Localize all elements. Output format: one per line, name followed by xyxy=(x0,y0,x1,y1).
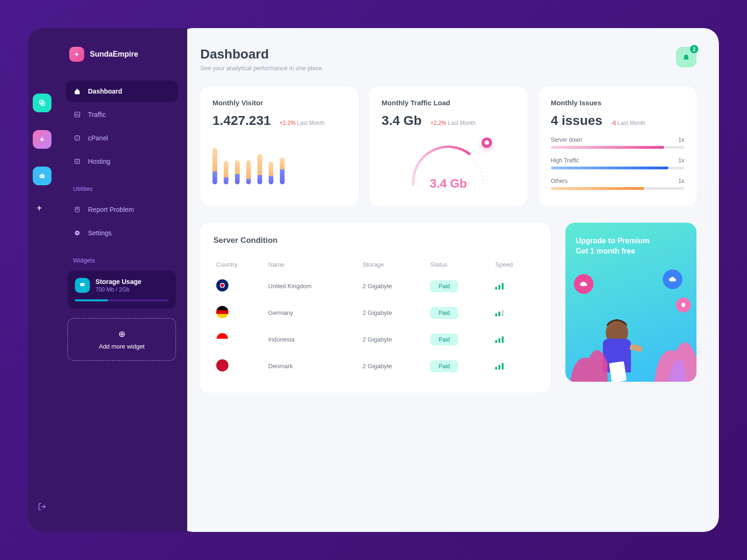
visitor-value: 1.427.231 xyxy=(212,113,271,128)
issue-count: 1x xyxy=(678,157,684,164)
server-table: Country Name Storage Status Speed United… xyxy=(213,256,537,379)
speed-icon xyxy=(495,283,535,290)
home-icon xyxy=(73,87,81,95)
gear-icon xyxy=(73,229,81,237)
issue-name: Server down xyxy=(551,137,582,143)
nav-settings[interactable]: Settings xyxy=(66,222,178,244)
widgets-label: Widgets xyxy=(73,257,178,264)
rail-copy-icon[interactable] xyxy=(33,94,51,112)
nav-label: Settings xyxy=(88,229,112,237)
nav-traffic[interactable]: Traffic xyxy=(66,104,178,125)
bell-icon xyxy=(682,53,690,61)
gauge-knob xyxy=(482,138,492,148)
hosting-icon: W xyxy=(73,157,81,166)
visitor-delta: +2.2% xyxy=(279,120,295,126)
traffic-gauge: 3.4 Gb xyxy=(381,138,515,194)
nav-cpanel[interactable]: C cPanel xyxy=(66,127,178,149)
notification-button[interactable]: 2 xyxy=(676,47,696,67)
rail-add-icon[interactable]: + xyxy=(37,203,48,214)
th-name: Name xyxy=(265,256,360,273)
brand-name: SundaEmpire xyxy=(90,50,138,58)
issue-row: Server down1x xyxy=(551,137,684,149)
nav-hosting[interactable]: W Hosting xyxy=(66,151,178,172)
storage-widget: Storage Usage 700 Mb / 2Gb xyxy=(67,270,176,309)
table-row: Germany 2 Gigabyte Paid xyxy=(213,299,537,326)
issues-delta-label: Last Month xyxy=(617,120,645,126)
status-badge: Paid xyxy=(430,280,458,292)
main-content: Dashboard See your analytical performanc… xyxy=(178,28,719,532)
issue-count: 1x xyxy=(678,137,684,143)
app-rail: + xyxy=(28,28,56,532)
speed-icon xyxy=(495,310,535,316)
svg-point-4 xyxy=(43,176,44,177)
svg-point-3 xyxy=(41,176,42,177)
add-widget-button[interactable]: ⊕ Add more widget xyxy=(67,318,176,361)
brand: SundaEmpire xyxy=(66,47,178,62)
card-title: Monthly Issues xyxy=(551,99,684,107)
card-title: Monthly Traffic Load xyxy=(381,99,515,107)
nav-label: Report Problem xyxy=(88,206,134,213)
svg-text:W: W xyxy=(76,160,79,163)
page-title: Dashboard xyxy=(200,47,322,62)
svg-rect-2 xyxy=(40,175,45,178)
svg-rect-5 xyxy=(42,173,43,175)
plus-icon: ⊕ xyxy=(78,329,165,339)
table-row: Indonesia 2 Gigabyte Paid xyxy=(213,326,537,353)
utilities-label: Utilities xyxy=(73,185,178,192)
nav-report[interactable]: Report Problem xyxy=(66,199,178,220)
sidebar: SundaEmpire Dashboard Traffic C cPanel W… xyxy=(56,28,187,532)
visitor-bar-chart xyxy=(212,139,346,184)
th-status: Status xyxy=(427,256,492,273)
promo-title: Upgrade to Premium Get 1 month free xyxy=(576,236,686,257)
promo-card[interactable]: Upgrade to Premium Get 1 month free xyxy=(565,223,696,382)
flag-dk-icon xyxy=(216,359,228,371)
nav-label: Dashboard xyxy=(88,87,122,95)
card-title: Monthly Visitor xyxy=(212,99,346,107)
th-country: Country xyxy=(213,256,265,273)
storage-icon xyxy=(75,278,90,293)
storage-bar xyxy=(75,299,168,301)
speed-icon xyxy=(495,336,535,343)
traffic-delta: +2.2% xyxy=(430,120,446,126)
rail-bolt-icon[interactable] xyxy=(33,130,51,149)
table-row: United Kingdom 2 Gigabyte Paid xyxy=(213,273,537,299)
status-badge: Paid xyxy=(430,307,458,319)
flag-uk-icon xyxy=(216,279,228,291)
th-storage: Storage xyxy=(360,256,428,273)
speed-icon xyxy=(495,363,535,370)
issue-row: High Traffic1x xyxy=(551,157,684,169)
traffic-card: Monthly Traffic Load 3.4 Gb +2.2%Last Mo… xyxy=(369,87,527,206)
server-table-card: Server Condition Country Name Storage St… xyxy=(200,223,550,393)
nav-dashboard[interactable]: Dashboard xyxy=(66,80,178,102)
issues-card: Monthly Issues 4 issues -6Last Month Ser… xyxy=(539,87,696,206)
flag-id-icon xyxy=(216,333,228,345)
storage-subtitle: 700 Mb / 2Gb xyxy=(95,286,141,293)
nav-label: cPanel xyxy=(88,134,108,142)
add-widget-label: Add more widget xyxy=(78,343,165,350)
svg-point-12 xyxy=(76,232,78,234)
issue-name: Others xyxy=(551,178,568,184)
status-badge: Paid xyxy=(430,334,458,346)
table-row: Denmark 2 Gigabyte Paid xyxy=(213,353,537,379)
brand-icon xyxy=(69,47,84,62)
chart-icon xyxy=(73,110,81,119)
notification-badge: 2 xyxy=(690,45,698,53)
rail-robot-icon[interactable] xyxy=(33,167,51,185)
visitor-delta-label: Last Month xyxy=(297,120,324,126)
cpanel-icon: C xyxy=(73,134,81,142)
issue-count: 1x xyxy=(678,178,684,184)
flag-de-icon xyxy=(216,306,228,318)
issue-name: High Traffic xyxy=(551,157,579,164)
th-speed: Speed xyxy=(492,256,537,273)
issues-value: 4 issues xyxy=(551,113,603,128)
visitor-card: Monthly Visitor 1.427.231 +2.2%Last Mont… xyxy=(200,87,358,206)
logout-icon[interactable] xyxy=(38,502,46,513)
issues-delta: -6 xyxy=(611,120,616,126)
svg-rect-15 xyxy=(609,361,627,382)
traffic-delta-label: Last Month xyxy=(448,120,476,126)
report-icon xyxy=(73,205,81,214)
table-title: Server Condition xyxy=(213,236,537,245)
svg-text:C: C xyxy=(76,137,78,139)
traffic-value: 3.4 Gb xyxy=(381,113,422,128)
status-badge: Paid xyxy=(430,360,458,372)
